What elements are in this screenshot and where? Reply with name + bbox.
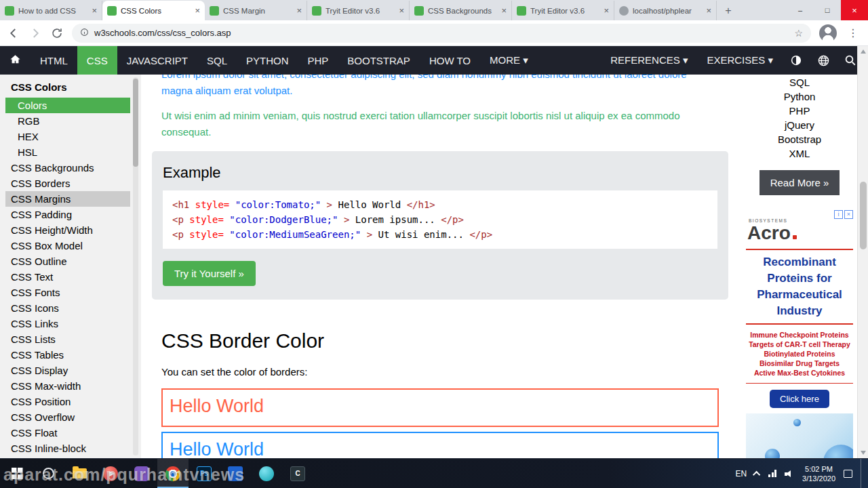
globe-icon[interactable] xyxy=(810,46,837,75)
browser-menu-icon[interactable]: ⋮ xyxy=(845,26,861,39)
sidebar-item[interactable]: CSS Position xyxy=(5,394,130,409)
nav-item[interactable]: HTML xyxy=(31,46,77,75)
sidebar-item[interactable]: Colors xyxy=(5,98,130,113)
browser-tab[interactable]: Tryit Editor v3.6 × xyxy=(512,1,614,20)
browser-tab[interactable]: CSS Backgrounds × xyxy=(410,1,512,20)
sidebar-title[interactable]: CSS Colors xyxy=(5,79,130,98)
contrast-icon[interactable] xyxy=(783,46,810,75)
tab-close-icon[interactable]: × xyxy=(296,5,302,16)
nav-item[interactable]: PYTHON xyxy=(237,46,298,75)
volume-icon[interactable] xyxy=(785,470,794,478)
site-info-icon[interactable] xyxy=(80,28,89,39)
sidebar-item[interactable]: CSS Tables xyxy=(5,347,130,363)
reference-link[interactable]: PHP xyxy=(746,104,853,118)
reference-link[interactable]: Bootstrap xyxy=(746,132,853,146)
sidebar-scrollbar[interactable] xyxy=(133,77,138,455)
tab-close-icon[interactable]: × xyxy=(92,5,97,16)
sidebar-item[interactable]: CSS Max-width xyxy=(5,378,130,394)
sidebar-item[interactable]: CSS Inline-block xyxy=(5,441,130,456)
tab-close-icon[interactable]: × xyxy=(399,5,404,16)
sidebar-item[interactable]: CSS Box Model xyxy=(5,238,130,253)
taskbar-clock[interactable]: 5:02 PM 3/13/2020 xyxy=(802,464,835,483)
browser-tab[interactable]: How to add CSS × xyxy=(0,1,102,20)
sidebar-item[interactable]: HSL xyxy=(5,144,130,160)
ad-info-icon[interactable]: i xyxy=(834,210,843,219)
forward-icon[interactable] xyxy=(28,26,42,40)
sidebar-item[interactable]: CSS Outline xyxy=(5,253,130,269)
tab-close-icon[interactable]: × xyxy=(706,5,711,16)
browser-tab[interactable]: localhost/phplear × xyxy=(614,1,717,20)
read-more-button[interactable]: Read More » xyxy=(760,170,840,195)
file-explorer-icon[interactable] xyxy=(64,459,95,488)
media-player-icon[interactable] xyxy=(95,459,126,488)
window-maximize-button[interactable]: □ xyxy=(814,0,841,20)
window-minimize-button[interactable]: – xyxy=(787,0,814,20)
reference-link[interactable]: XML xyxy=(746,146,853,161)
sidebar-item[interactable]: RGB xyxy=(5,113,130,129)
sidebar-item[interactable]: CSS Overflow xyxy=(5,409,130,425)
start-button[interactable] xyxy=(1,459,33,488)
dreamweaver-icon[interactable] xyxy=(220,459,251,488)
sidebar-scrollbar-thumb[interactable] xyxy=(133,79,138,167)
sidebar-item[interactable]: CSS Height/Width xyxy=(5,222,130,238)
action-center-icon[interactable] xyxy=(844,470,852,478)
reference-link[interactable]: SQL xyxy=(746,75,853,89)
nav-item[interactable]: BOOTSTRAP xyxy=(338,46,420,75)
back-icon[interactable] xyxy=(7,26,20,40)
chevron-up-icon[interactable] xyxy=(753,470,760,478)
video-player-icon[interactable] xyxy=(126,459,157,488)
photoshop-icon[interactable]: Ps xyxy=(189,459,220,488)
nav-item[interactable]: JAVASCRIPT xyxy=(117,46,197,75)
network-icon[interactable] xyxy=(768,470,776,477)
browser-tab[interactable]: CSS Margin × xyxy=(205,1,307,20)
address-bar[interactable]: w3schools.com/css/css_colors.asp ☆ xyxy=(72,24,811,43)
show-desktop-button[interactable] xyxy=(861,459,864,488)
nav-item[interactable]: EXERCISES ▾ xyxy=(697,46,783,75)
browser-tab[interactable]: Tryit Editor v3.6 × xyxy=(307,1,410,20)
ad-click-here-button[interactable]: Click here xyxy=(770,390,829,408)
tab-close-icon[interactable]: × xyxy=(604,5,609,16)
refresh-icon[interactable] xyxy=(50,26,64,40)
nav-item[interactable]: CSS xyxy=(77,46,117,75)
profile-avatar[interactable] xyxy=(819,24,837,42)
tab-close-icon[interactable]: × xyxy=(501,5,507,16)
language-indicator[interactable]: EN xyxy=(735,469,747,479)
page-scrollbar[interactable] xyxy=(857,46,868,458)
nav-item[interactable]: MORE ▾ xyxy=(480,46,538,75)
sidebar-item[interactable]: CSS Icons xyxy=(5,300,130,316)
sidebar-item[interactable]: CSS Display xyxy=(5,363,130,378)
nav-item[interactable]: HOW TO xyxy=(420,46,480,75)
reference-link[interactable]: Python xyxy=(746,89,853,104)
browser-tab[interactable]: CSS Colors × xyxy=(102,1,205,20)
advertisement[interactable]: i × BIOSYSTEMS Acro Recombinant Proteins… xyxy=(746,213,853,458)
sidebar-item[interactable]: CSS Padding xyxy=(5,207,130,222)
try-it-yourself-button[interactable]: Try it Yourself » xyxy=(163,261,256,286)
reference-link[interactable]: jQuery xyxy=(746,118,853,132)
tab-close-icon[interactable]: × xyxy=(195,5,200,16)
sidebar-item[interactable]: CSS Text xyxy=(5,269,130,285)
sidebar-item[interactable]: CSS Backgrounds xyxy=(5,160,130,176)
nav-item[interactable]: SQL xyxy=(197,46,237,75)
nav-item[interactable]: PHP xyxy=(298,46,338,75)
page-scrollbar-thumb[interactable] xyxy=(860,182,867,249)
window-close-button[interactable]: × xyxy=(841,0,868,20)
code-segment: Ut wisi enim... xyxy=(378,229,464,240)
nav-item[interactable]: REFERENCES ▾ xyxy=(601,46,697,75)
sidebar-item[interactable]: CSS Links xyxy=(5,316,130,331)
new-tab-button[interactable]: + xyxy=(719,2,737,20)
cortana-search-icon[interactable] xyxy=(33,459,64,488)
messenger-icon[interactable] xyxy=(251,459,282,488)
right-sidebar: SQL Python PHP jQuery Bootstrap XML Read… xyxy=(746,75,853,458)
sidebar-item[interactable]: CSS Margins xyxy=(5,191,130,207)
home-nav-item[interactable] xyxy=(0,46,31,75)
ad-close-icon[interactable]: × xyxy=(844,210,853,219)
sidebar-item[interactable]: CSS Fonts xyxy=(5,285,130,300)
sidebar-item[interactable]: CSS Borders xyxy=(5,176,130,191)
bookmark-star-icon[interactable]: ☆ xyxy=(794,28,803,39)
chrome-icon[interactable] xyxy=(157,459,189,488)
c-editor-icon[interactable]: C xyxy=(282,459,313,488)
sidebar-item[interactable]: CSS Lists xyxy=(5,331,130,347)
sidebar-item[interactable]: CSS Float xyxy=(5,425,130,441)
sidebar-item[interactable]: HEX xyxy=(5,129,130,144)
nav-item-label: HOW TO xyxy=(429,55,471,66)
